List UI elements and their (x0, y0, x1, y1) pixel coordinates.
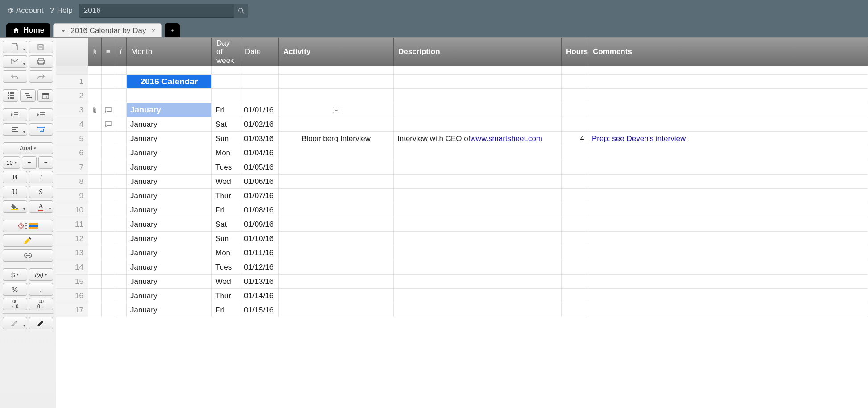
tab-close-button[interactable]: × (151, 27, 155, 34)
conditional-format-button[interactable]: ? (3, 220, 53, 232)
row-attachment[interactable] (88, 189, 102, 203)
cell-dow[interactable]: Fri (212, 103, 240, 117)
cell-comments[interactable] (588, 175, 868, 188)
row-number[interactable]: 9 (56, 189, 88, 203)
format-painter-pick[interactable]: ▾ (3, 317, 27, 329)
row-number[interactable]: 10 (56, 203, 88, 217)
cell-comments[interactable] (588, 117, 868, 131)
cell-comments[interactable] (588, 75, 868, 88)
col-header-description[interactable]: Description (394, 38, 562, 66)
cell-comments[interactable] (588, 189, 868, 203)
indent-out-button[interactable] (3, 108, 27, 121)
cell-activity[interactable] (279, 303, 394, 317)
cell-hours[interactable] (562, 203, 588, 217)
row-info[interactable] (115, 132, 127, 146)
row-comment[interactable] (102, 146, 115, 160)
cell-activity[interactable] (279, 289, 394, 303)
cell-hours[interactable] (562, 175, 588, 188)
cell-activity[interactable]: − (279, 103, 394, 117)
cell-date[interactable]: 01/09/16 (240, 217, 279, 231)
cell-dow[interactable]: Fri (212, 303, 240, 317)
cell-comments[interactable] (588, 275, 868, 288)
row-comment[interactable] (102, 175, 115, 188)
font-size-increase[interactable]: + (22, 156, 37, 169)
account-link[interactable]: Account (6, 6, 43, 15)
italic-button[interactable]: I (29, 171, 54, 183)
cell-description[interactable] (394, 303, 562, 317)
row-attachment[interactable] (88, 160, 102, 174)
cell-month[interactable]: January (127, 132, 212, 146)
row-info[interactable] (115, 289, 127, 303)
bold-button[interactable]: B (3, 171, 27, 183)
cell-dow[interactable]: Mon (212, 246, 240, 260)
row-number[interactable]: 3 (56, 103, 88, 117)
cell-comments[interactable] (588, 203, 868, 217)
cell-hours[interactable] (562, 289, 588, 303)
cell-description[interactable] (394, 246, 562, 260)
cell-month[interactable]: January (127, 275, 212, 288)
link-button[interactable] (3, 249, 53, 262)
cell-dow[interactable]: Mon (212, 146, 240, 160)
text-color-button[interactable]: A▾ (29, 200, 54, 213)
cell-description[interactable] (394, 117, 562, 131)
cell-hours[interactable]: 4 (562, 132, 588, 146)
cell-comments[interactable] (588, 303, 868, 317)
cell-activity[interactable] (279, 160, 394, 174)
cell-description[interactable] (394, 189, 562, 203)
col-header-activity[interactable]: Activity (279, 38, 394, 66)
tab-menu-button[interactable] (60, 27, 67, 34)
cell-date[interactable]: 01/08/16 (240, 203, 279, 217)
cell-date[interactable]: 01/01/16 (240, 103, 279, 117)
cell-date[interactable]: 01/12/16 (240, 260, 279, 274)
cell-date[interactable] (240, 89, 279, 103)
cell-dow[interactable]: Thur (212, 289, 240, 303)
col-header-rownum[interactable] (56, 38, 88, 66)
cell-comments[interactable] (588, 260, 868, 274)
row-info[interactable] (115, 175, 127, 188)
cell-hours[interactable] (562, 260, 588, 274)
row-number[interactable]: 1 (56, 75, 88, 88)
cell-month[interactable]: January (127, 232, 212, 246)
col-header-date[interactable]: Date (240, 38, 279, 66)
cell-dow[interactable] (212, 75, 240, 88)
cell-date[interactable]: 01/02/16 (240, 117, 279, 131)
cell-month[interactable]: January (127, 117, 212, 131)
cell-hours[interactable] (562, 217, 588, 231)
decimal-decrease-button[interactable]: .000→ (29, 298, 54, 310)
cell-activity[interactable] (279, 175, 394, 188)
cell-date[interactable]: 01/06/16 (240, 175, 279, 188)
row-number[interactable]: 4 (56, 117, 88, 131)
row-comment[interactable] (102, 289, 115, 303)
search-input[interactable] (79, 6, 234, 15)
cell-month[interactable]: January (127, 146, 212, 160)
cell-month[interactable]: January (127, 189, 212, 203)
wrap-button[interactable] (29, 123, 54, 136)
row-attachment[interactable] (88, 117, 102, 131)
calendar-view-button[interactable]: 31 (37, 89, 53, 102)
row-comment[interactable] (102, 75, 115, 88)
cell-hours[interactable] (562, 117, 588, 131)
email-button[interactable]: ▾ (3, 55, 27, 68)
cell-comments[interactable] (588, 289, 868, 303)
cell-description[interactable] (394, 89, 562, 103)
thousands-button[interactable]: , (29, 283, 54, 296)
cell-description[interactable] (394, 203, 562, 217)
row-number[interactable]: 13 (56, 246, 88, 260)
cell-month[interactable]: January (127, 303, 212, 317)
col-header-comments[interactable]: Comments (588, 38, 868, 66)
row-attachment[interactable] (88, 132, 102, 146)
help-link[interactable]: ? Help (50, 6, 72, 15)
tab-add[interactable] (165, 23, 180, 37)
description-link[interactable]: www.smartsheet.com (470, 134, 542, 143)
cell-dow[interactable]: Wed (212, 175, 240, 188)
cell-activity[interactable] (279, 260, 394, 274)
row-number[interactable]: 14 (56, 260, 88, 274)
row-info[interactable] (115, 217, 127, 231)
row-info[interactable] (115, 146, 127, 160)
row-info[interactable] (115, 232, 127, 246)
print-button[interactable] (29, 55, 54, 68)
cell-dow[interactable]: Thur (212, 189, 240, 203)
row-comment[interactable] (102, 246, 115, 260)
cell-description[interactable] (394, 232, 562, 246)
underline-button[interactable]: U (3, 186, 27, 198)
